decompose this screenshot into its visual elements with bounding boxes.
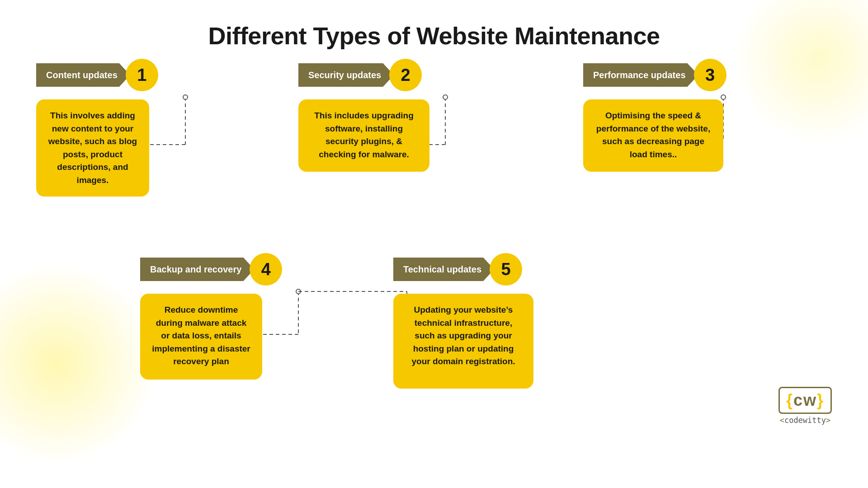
card-label-4: Backup and recovery xyxy=(150,264,241,274)
bg-blob-left xyxy=(0,262,158,465)
arrow-label-2: Security updates 2 xyxy=(298,59,422,91)
card-group-performance-updates: Performance updates 3 Optimising the spe… xyxy=(583,59,726,172)
arrow-shape-5: Technical updates xyxy=(393,258,494,281)
card-label-3: Performance updates xyxy=(593,70,686,80)
arrow-shape-1: Content updates xyxy=(36,63,130,87)
desc-box-3: Optimising the speed & performance of th… xyxy=(583,99,723,172)
arrow-label-4: Backup and recovery 4 xyxy=(140,253,282,286)
card-group-backup-recovery: Backup and recovery 4 Reduce downtime du… xyxy=(140,253,282,380)
arrow-shape-2: Security updates xyxy=(298,63,394,87)
desc-box-1: This involves adding new content to your… xyxy=(36,99,149,197)
arrow-label-3: Performance updates 3 xyxy=(583,59,726,91)
arrow-label-1: Content updates 1 xyxy=(36,59,158,91)
number-circle-1: 1 xyxy=(126,59,158,91)
desc-box-5: Updating your website’s technical infras… xyxy=(393,294,533,389)
logo-box: {cw} xyxy=(778,387,832,414)
svg-point-2 xyxy=(183,95,188,99)
number-circle-2: 2 xyxy=(389,59,422,91)
page-title: Different Types of Website Maintenance xyxy=(0,0,868,63)
card-group-security-updates: Security updates 2 This includes upgradi… xyxy=(298,59,429,172)
arrow-shape-4: Backup and recovery xyxy=(140,258,254,281)
arrow-label-5: Technical updates 5 xyxy=(393,253,522,286)
logo: {cw} <codewitty> xyxy=(778,387,832,425)
card-label-5: Technical updates xyxy=(403,264,481,274)
desc-box-4: Reduce downtime during malware attack or… xyxy=(140,294,262,380)
card-label-2: Security updates xyxy=(308,70,381,80)
card-label-1: Content updates xyxy=(46,70,118,80)
desc-box-2: This includes upgrading software, instal… xyxy=(298,99,429,172)
number-circle-3: 3 xyxy=(694,59,726,91)
logo-tagline: <codewitty> xyxy=(780,416,831,425)
number-circle-5: 5 xyxy=(490,253,522,286)
card-group-content-updates: Content updates 1 This involves adding n… xyxy=(36,59,158,197)
svg-point-6 xyxy=(443,95,448,99)
card-group-technical-updates: Technical updates 5 Updating your websit… xyxy=(393,253,533,389)
page-title-area: Different Types of Website Maintenance xyxy=(0,0,868,63)
svg-point-14 xyxy=(296,289,301,294)
number-circle-4: 4 xyxy=(250,253,282,286)
arrow-shape-3: Performance updates xyxy=(583,63,698,87)
